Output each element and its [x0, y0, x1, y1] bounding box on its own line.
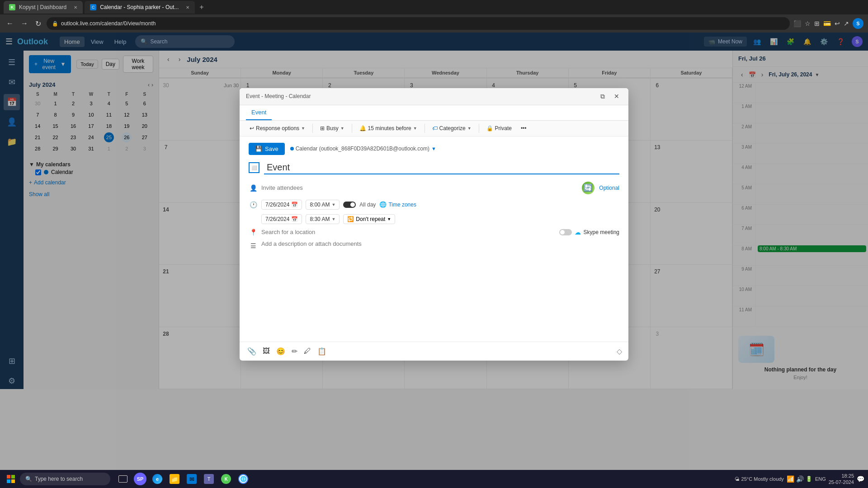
footer-emoji-icon[interactable]: 😊: [275, 346, 287, 357]
modal-tab-event[interactable]: Event: [246, 105, 272, 120]
all-day-toggle-knob: [350, 202, 355, 207]
taskbar-time[interactable]: 18:25 25-07-2024: [829, 473, 854, 486]
modal-footer: 📎 🖼 😊 ✏ 🖊 📋 ◇: [240, 342, 628, 361]
reminder-dropdown: ▼: [413, 126, 417, 131]
tab-close-calendar[interactable]: ✕: [186, 5, 189, 10]
back-button[interactable]: ←: [5, 18, 15, 29]
footer-attach-icon[interactable]: 📎: [246, 346, 258, 357]
taskbar-user-avatar[interactable]: SP: [133, 472, 147, 486]
taskbar-search[interactable]: 🔍 Type here to search: [20, 473, 110, 485]
response-options-button[interactable]: ↩ Response options ▼: [246, 123, 309, 133]
timezone-button[interactable]: 🌐 Time zones: [379, 201, 416, 208]
taskbar-app-icons: SP e 📁 ✉ T K 🌐: [112, 472, 733, 486]
calendar-owner-dropdown[interactable]: ▼: [431, 146, 436, 151]
share-icon[interactable]: ↗: [844, 20, 849, 27]
footer-image-icon[interactable]: 🖼: [261, 346, 271, 357]
start-time-input[interactable]: 8:00 AM ▼: [306, 200, 340, 210]
modal-close-button[interactable]: ✕: [611, 92, 622, 101]
clock-icon: 🕐: [249, 201, 258, 208]
end-date-value: 7/26/2024: [265, 216, 289, 222]
reminder-button[interactable]: 🔔 15 minutes before ▼: [356, 123, 421, 133]
location-input[interactable]: [261, 229, 556, 235]
toolbar-sep-4: [479, 124, 479, 133]
repeat-dropdown-icon: ▼: [387, 217, 391, 221]
reminder-icon: 🔔: [359, 125, 366, 131]
repeat-icon: 🔁: [347, 216, 354, 222]
taskbar-icon-kopyst[interactable]: K: [219, 472, 233, 486]
taskbar-search-placeholder: Type here to search: [35, 476, 83, 482]
forward-button[interactable]: →: [19, 18, 30, 29]
more-options-button[interactable]: •••: [517, 123, 530, 133]
browser-tab-calendar[interactable]: C Calendar - Sophia parker - Out... ✕: [85, 1, 195, 14]
end-date-input[interactable]: 7/26/2024 📅: [261, 214, 302, 224]
taskview-icon: [118, 475, 127, 483]
response-options-icon: ↩: [250, 125, 254, 131]
footer-draw-icon[interactable]: ✏: [290, 346, 299, 357]
repeat-button[interactable]: 🔁 Don't repeat ▼: [343, 214, 395, 224]
battery-icon[interactable]: 🔋: [806, 476, 812, 482]
footer-diamond-icon[interactable]: ◇: [617, 347, 622, 356]
taskbar-sys-icons: 📶 🔊 🔋: [787, 475, 812, 483]
modal-restore-button[interactable]: ⧉: [598, 92, 608, 101]
event-title-input[interactable]: [264, 161, 619, 174]
footer-pen-icon[interactable]: 🖊: [302, 346, 312, 357]
collections-icon[interactable]: ⊞: [814, 20, 820, 27]
windows-logo-icon: [6, 474, 15, 483]
browser-actions: ⬛ ☆ ⊞ 💳 ↩ ↗ S: [793, 18, 863, 29]
refresh-button[interactable]: ↻: [33, 18, 43, 30]
browser-tab-kopyst[interactable]: K Kopyst | Dashboard ✕: [4, 1, 83, 14]
taskbar-icon-chrome[interactable]: 🌐: [236, 472, 250, 486]
event-icon-symbol: ⬜: [251, 165, 257, 170]
categorize-button[interactable]: 🏷 Categorize ▼: [429, 123, 475, 133]
wifi-icon[interactable]: 📶: [787, 475, 794, 483]
categorize-dropdown: ▼: [467, 126, 472, 131]
response-options-label: Response options: [256, 125, 299, 131]
start-date-input[interactable]: 7/26/2024 📅: [261, 200, 302, 210]
end-date-calendar-icon[interactable]: 📅: [291, 216, 298, 222]
date-display: 25-07-2024: [829, 479, 854, 485]
attendee-avatar[interactable]: 🔄: [581, 181, 595, 195]
end-time-input[interactable]: 8:30 AM ▼: [306, 214, 340, 224]
optional-button[interactable]: Optional: [599, 185, 619, 191]
taskbar-search-icon: 🔍: [25, 476, 32, 482]
modal-win-buttons: ⧉ ✕: [598, 92, 622, 101]
taskbar-icon-teams[interactable]: T: [202, 472, 216, 486]
volume-icon[interactable]: 🔊: [796, 475, 804, 483]
browser-toolbar: ← → ↻ 🔒 outlook.live.com/calendar/0/view…: [0, 14, 868, 33]
language-label: ENG: [815, 476, 826, 482]
bookmark-icon[interactable]: ☆: [805, 20, 811, 27]
history-icon[interactable]: ↩: [835, 20, 840, 27]
description-row: ☰: [249, 240, 619, 331]
taskbar-icon-edge[interactable]: e: [150, 472, 165, 486]
footer-forms-icon[interactable]: 📋: [316, 346, 328, 357]
taskbar-icon-taskview[interactable]: [116, 472, 130, 486]
tab-close-kopyst[interactable]: ✕: [74, 5, 77, 10]
start-button[interactable]: [4, 472, 18, 486]
lock-icon: 🔒: [52, 21, 58, 27]
start-time-value: 8:00 AM: [310, 202, 330, 208]
description-textarea[interactable]: [261, 240, 619, 331]
taskbar-icon-files[interactable]: 📁: [167, 472, 182, 486]
calendar-color-indicator: [290, 147, 294, 150]
svg-rect-1: [11, 475, 15, 479]
notification-area-icon[interactable]: 💬: [857, 475, 864, 483]
address-bar[interactable]: 🔒 outlook.live.com/calendar/0/view/month: [47, 17, 790, 30]
end-datetime-row: 7/26/2024 📅 8:30 AM ▼ 🔁 Don't repeat ▼: [249, 214, 619, 224]
busy-button[interactable]: ⊞ Busy ▼: [316, 123, 348, 133]
wallet-icon[interactable]: 💳: [823, 20, 831, 27]
calendar-owner-label: Calendar (outlook_868F0D39A82D601B@outlo…: [296, 145, 429, 152]
svg-rect-3: [11, 479, 15, 483]
private-button[interactable]: 🔒 Private: [483, 123, 515, 133]
skype-toggle-switch[interactable]: [559, 229, 572, 235]
invite-attendees-input[interactable]: [261, 184, 574, 191]
all-day-toggle[interactable]: [343, 202, 356, 208]
extensions-icon[interactable]: ⬛: [793, 20, 801, 27]
browser-profile[interactable]: S: [853, 18, 863, 29]
save-button[interactable]: 💾 Save: [249, 143, 285, 155]
new-tab-button[interactable]: +: [197, 3, 206, 11]
start-date-calendar-icon[interactable]: 📅: [291, 202, 298, 208]
busy-icon: ⊞: [320, 125, 325, 131]
modal-overlay: Event - Meeting - Calendar ⧉ ✕ Event ↩ R…: [0, 33, 868, 470]
toolbar-sep-1: [312, 124, 313, 133]
taskbar-icon-mail[interactable]: ✉: [184, 472, 199, 486]
